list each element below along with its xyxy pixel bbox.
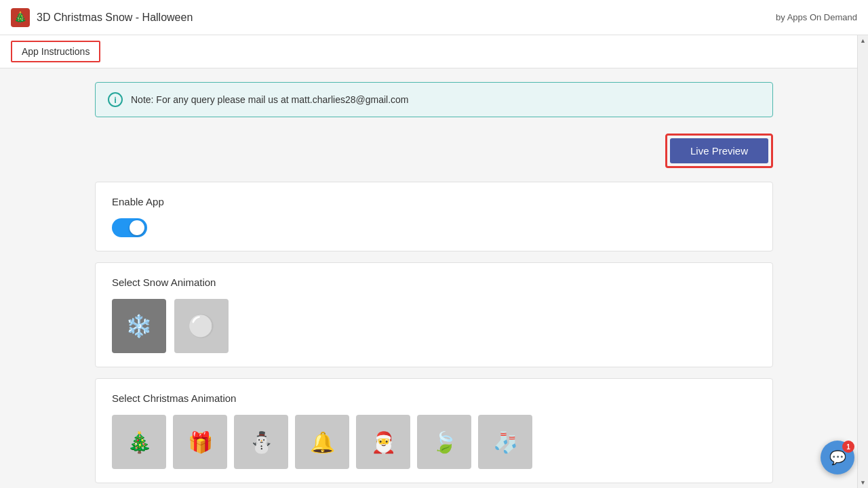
preview-row: Live Preview	[95, 134, 773, 168]
xmas-option-snowman[interactable]: ⛄	[234, 415, 288, 469]
snow-animation-title: Select Snow Animation	[112, 277, 756, 288]
chat-bubble[interactable]: 💬 1	[821, 441, 854, 474]
live-preview-button[interactable]: Live Preview	[670, 138, 768, 163]
toggle-container	[112, 218, 756, 237]
christmas-animation-options: 🎄 🎁 ⛄ 🔔 🎅 🍃 🧦	[112, 415, 756, 469]
christmas-animation-card: Select Christmas Animation 🎄 🎁 ⛄ 🔔 🎅 🍃 🧦	[95, 378, 773, 483]
enable-app-toggle[interactable]	[112, 218, 147, 237]
header-left: 🎄 3D Christmas Snow - Halloween	[11, 8, 193, 27]
chat-badge: 1	[842, 441, 854, 453]
toggle-track	[112, 218, 147, 237]
app-header: 🎄 3D Christmas Snow - Halloween by Apps …	[0, 0, 868, 35]
app-instructions-button[interactable]: App Instructions	[11, 41, 100, 62]
note-text: Note: For any query please mail us at ma…	[131, 94, 409, 105]
xmas-option-bell[interactable]: 🔔	[295, 415, 349, 469]
scroll-up-arrow[interactable]: ▲	[858, 35, 869, 46]
live-preview-wrapper: Live Preview	[665, 134, 773, 168]
main-content: i Note: For any query please mail us at …	[0, 68, 868, 488]
enable-app-card: Enable App	[95, 182, 773, 251]
snow-option-circle[interactable]: ⚪	[174, 299, 229, 353]
app-title: 3D Christmas Snow - Halloween	[37, 12, 193, 24]
xmas-option-wreath[interactable]: 🍃	[417, 415, 471, 469]
christmas-animation-title: Select Christmas Animation	[112, 392, 756, 404]
info-icon: i	[108, 92, 123, 107]
header-byline: by Apps On Demand	[776, 12, 857, 22]
scroll-down-arrow[interactable]: ▼	[858, 477, 869, 488]
xmas-option-tree[interactable]: 🎄	[112, 415, 166, 469]
snow-option-snowflake[interactable]: ❄️	[112, 299, 166, 353]
snow-animation-card: Select Snow Animation ❄️ ⚪	[95, 262, 773, 367]
snow-animation-options: ❄️ ⚪	[112, 299, 756, 353]
logo-emoji: 🎄	[14, 11, 27, 24]
note-banner: i Note: For any query please mail us at …	[95, 82, 773, 117]
xmas-option-gift[interactable]: 🎁	[173, 415, 227, 469]
scrollbar-area: ▲ ▼	[857, 35, 868, 488]
app-logo: 🎄	[11, 8, 30, 27]
enable-app-title: Enable App	[112, 196, 756, 207]
xmas-option-santa[interactable]: 🎅	[356, 415, 410, 469]
instructions-bar: App Instructions	[0, 35, 868, 68]
chat-icon: 💬	[829, 449, 846, 466]
toggle-thumb	[130, 220, 144, 235]
xmas-option-stocking[interactable]: 🧦	[478, 415, 532, 469]
